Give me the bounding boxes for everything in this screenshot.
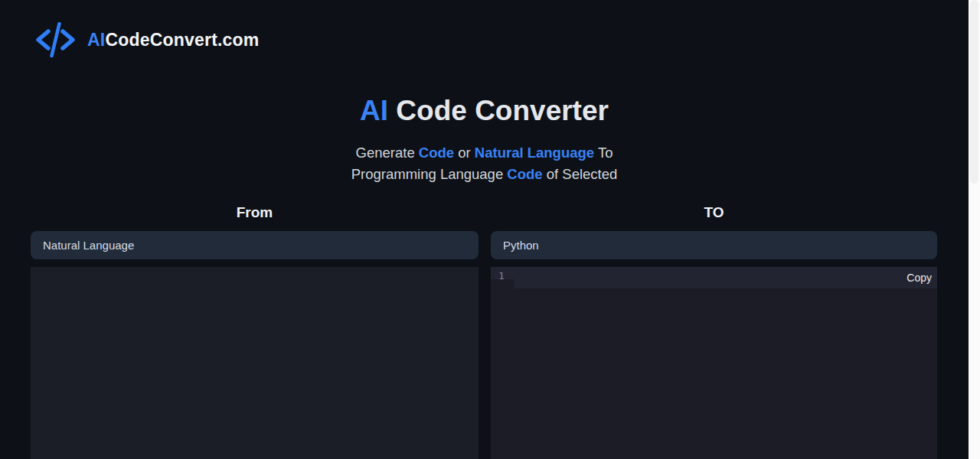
page-title-rest: Code Converter <box>388 95 609 126</box>
page-title: AI Code Converter <box>0 95 969 127</box>
copy-button[interactable]: Copy <box>906 267 932 288</box>
to-label: TO <box>491 204 937 221</box>
scrollbar[interactable] <box>969 0 980 459</box>
site-logo[interactable]: AICodeConvert.com <box>34 22 260 57</box>
page: AICodeConvert.com AI Code Converter Gene… <box>0 0 969 459</box>
code-brackets-icon <box>34 22 77 57</box>
code-output-editor[interactable]: 1 Copy <box>491 267 937 459</box>
site-title-rest: CodeConvert.com <box>105 30 259 50</box>
line-number: 1 <box>498 270 505 282</box>
subtitle-link-code-2: Code <box>507 166 542 182</box>
from-label: From <box>31 204 479 221</box>
subtitle-line-1: Generate Code or Natural Language To <box>0 142 969 164</box>
subtitle-line-2: Programming Language Code of Selected <box>0 164 969 185</box>
site-title-ai: AI <box>87 30 105 50</box>
active-line-highlight <box>491 267 937 288</box>
to-language-select[interactable]: Python <box>491 231 937 259</box>
from-language-select[interactable]: Natural Language <box>31 231 479 259</box>
scrollbar-thumb[interactable] <box>970 0 978 184</box>
page-subtitle: Generate Code or Natural Language To Pro… <box>0 142 969 185</box>
subtitle-link-natural-language: Natural Language <box>475 145 594 161</box>
source-input[interactable] <box>31 267 479 459</box>
page-title-ai: AI <box>360 95 388 126</box>
site-title: AICodeConvert.com <box>87 30 260 50</box>
subtitle-link-code: Code <box>419 145 454 161</box>
